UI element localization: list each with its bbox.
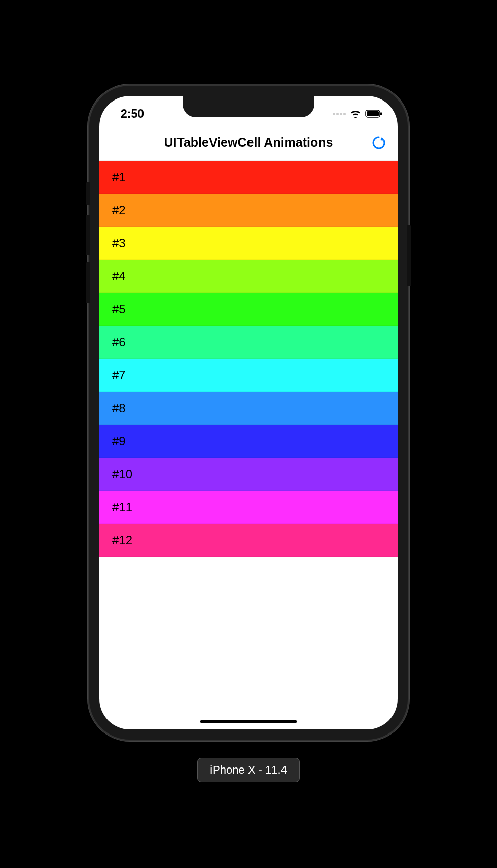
svg-rect-2 <box>380 112 382 115</box>
table-row-label: #9 <box>112 434 126 448</box>
device-label: iPhone X - 11.4 <box>197 758 300 782</box>
table-row-label: #5 <box>112 302 126 316</box>
table-row-label: #11 <box>112 500 132 514</box>
table-row-label: #2 <box>112 203 126 217</box>
table-row[interactable]: #1 <box>99 161 398 194</box>
refresh-icon <box>371 135 386 150</box>
page-title: UITableViewCell Animations <box>164 135 333 150</box>
right-side-buttons <box>407 225 411 296</box>
table-row[interactable]: #5 <box>99 293 398 326</box>
volume-down-button <box>86 262 90 303</box>
table-row[interactable]: #4 <box>99 260 398 293</box>
cellular-signal-icon <box>333 113 346 115</box>
left-side-buttons <box>86 182 90 310</box>
table-row[interactable]: #3 <box>99 227 398 260</box>
notch <box>183 96 314 117</box>
table-row[interactable]: #9 <box>99 425 398 458</box>
table-row[interactable]: #6 <box>99 326 398 359</box>
mute-switch <box>86 182 90 205</box>
svg-rect-1 <box>367 111 379 116</box>
table-row-label: #12 <box>112 533 132 547</box>
table-row-label: #7 <box>112 368 126 382</box>
table-row[interactable]: #8 <box>99 392 398 425</box>
table-row-label: #6 <box>112 335 126 349</box>
status-indicators <box>333 110 382 118</box>
navigation-bar: UITableViewCell Animations <box>99 124 398 161</box>
power-button <box>407 225 411 286</box>
status-time: 2:50 <box>121 107 144 121</box>
table-row-label: #8 <box>112 401 126 415</box>
table-row[interactable]: #12 <box>99 524 398 557</box>
table-row-label: #1 <box>112 170 126 184</box>
table-row-label: #3 <box>112 236 126 250</box>
table-row[interactable]: #2 <box>99 194 398 227</box>
table-row-label: #10 <box>112 467 132 481</box>
table-row-label: #4 <box>112 269 126 283</box>
table-row[interactable]: #7 <box>99 359 398 392</box>
table-row[interactable]: #11 <box>99 491 398 524</box>
home-indicator[interactable] <box>200 720 297 723</box>
wifi-icon <box>350 110 361 118</box>
device-frame: 2:50 UIT <box>89 86 408 740</box>
battery-icon <box>365 110 382 118</box>
volume-up-button <box>86 215 90 255</box>
table-view[interactable]: #1#2#3#4#5#6#7#8#9#10#11#12 <box>99 161 398 557</box>
screen: 2:50 UIT <box>99 96 398 729</box>
table-row[interactable]: #10 <box>99 458 398 491</box>
refresh-button[interactable] <box>370 134 387 151</box>
